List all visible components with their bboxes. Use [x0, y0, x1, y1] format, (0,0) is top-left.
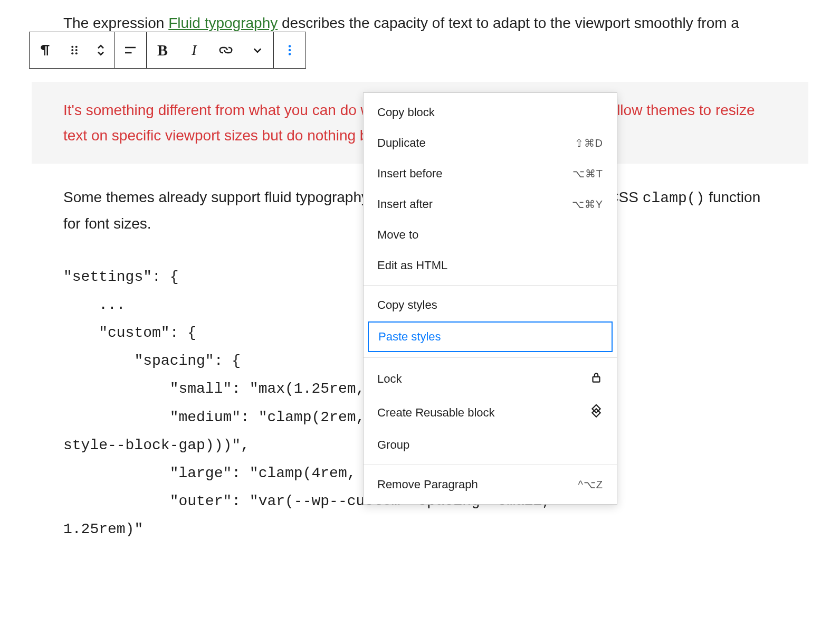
block-toolbar: B I [29, 32, 306, 69]
menu-paste-styles[interactable]: Paste styles [368, 321, 613, 352]
menu-insert-before[interactable]: Insert before ⌥⌘T [364, 158, 617, 189]
menu-label: Move to [377, 228, 418, 242]
fluid-typography-link[interactable]: Fluid typography [168, 15, 278, 31]
menu-move-to[interactable]: Move to [364, 220, 617, 250]
svg-rect-11 [593, 377, 600, 382]
inline-code: clamp() [643, 190, 705, 206]
shortcut: ⇧⌘D [575, 137, 603, 149]
align-icon[interactable] [114, 32, 146, 68]
link-button[interactable] [210, 32, 242, 68]
menu-label: Remove Paragraph [377, 478, 478, 491]
svg-point-10 [289, 53, 291, 55]
menu-lock[interactable]: Lock [364, 362, 617, 396]
more-options-button[interactable] [274, 32, 306, 68]
svg-point-5 [75, 52, 78, 54]
paragraph-icon[interactable] [30, 32, 61, 68]
shortcut: ⌥⌘Y [572, 198, 603, 211]
lock-icon [589, 371, 603, 387]
menu-copy-styles[interactable]: Copy styles [364, 290, 617, 320]
menu-duplicate[interactable]: Duplicate ⇧⌘D [364, 128, 617, 158]
menu-label: Duplicate [377, 136, 426, 150]
svg-point-0 [71, 46, 73, 48]
reusable-block-icon [589, 404, 603, 421]
menu-label: Group [377, 438, 409, 452]
menu-copy-block[interactable]: Copy block [364, 97, 617, 128]
menu-label: Insert before [377, 167, 443, 181]
shortcut: ^⌥Z [578, 478, 603, 491]
italic-button[interactable]: I [178, 32, 210, 68]
menu-group[interactable]: Group [364, 430, 617, 460]
menu-label: Insert after [377, 197, 433, 211]
drag-handle-icon[interactable] [61, 32, 88, 68]
menu-label: Copy block [377, 106, 435, 119]
menu-edit-html[interactable]: Edit as HTML [364, 250, 617, 281]
menu-remove-paragraph[interactable]: Remove Paragraph ^⌥Z [364, 469, 617, 500]
svg-point-4 [71, 52, 73, 54]
menu-label: Edit as HTML [377, 259, 447, 272]
menu-label: Paste styles [378, 330, 441, 344]
move-arrows-icon[interactable] [88, 32, 114, 68]
menu-label: Lock [377, 372, 402, 386]
svg-point-3 [75, 49, 78, 51]
bold-button[interactable]: B [147, 32, 178, 68]
chevron-down-icon[interactable] [242, 32, 273, 68]
menu-insert-after[interactable]: Insert after ⌥⌘Y [364, 189, 617, 220]
text: The expression [63, 15, 168, 31]
menu-create-reusable[interactable]: Create Reusable block [364, 396, 617, 430]
shortcut: ⌥⌘T [572, 167, 603, 180]
svg-point-8 [289, 45, 291, 48]
svg-point-1 [75, 46, 78, 48]
menu-label: Create Reusable block [377, 406, 495, 420]
svg-point-2 [71, 49, 73, 51]
menu-label: Copy styles [377, 298, 437, 312]
block-options-menu: Copy block Duplicate ⇧⌘D Insert before ⌥… [363, 92, 617, 505]
svg-point-9 [289, 49, 291, 52]
